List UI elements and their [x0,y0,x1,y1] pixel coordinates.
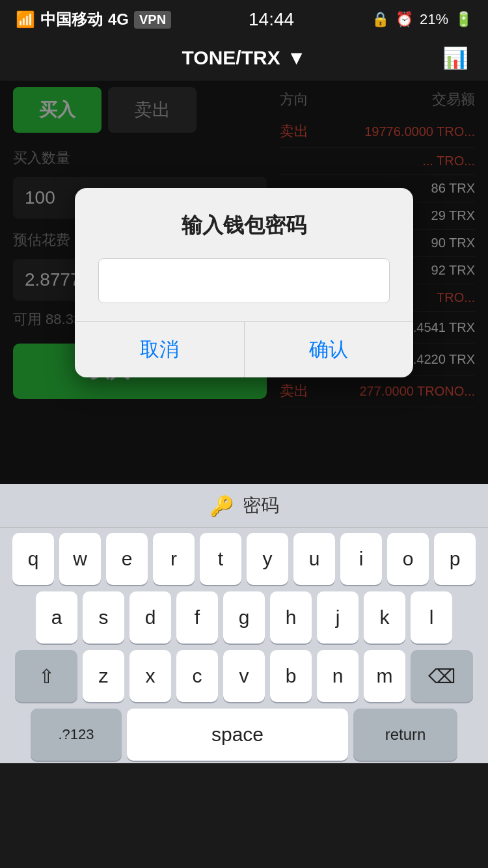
key-m[interactable]: m [364,650,405,702]
key-icon: 🔑 [210,495,234,517]
key-i[interactable]: i [340,533,382,585]
signal-icon: 📶 [16,10,35,29]
status-bar: 📶 中国移动 4G VPN 14:44 🔒 ⏰ 21% 🔋 [0,0,488,35]
confirm-button[interactable]: 确认 [245,322,414,377]
key-d[interactable]: d [129,591,171,644]
key-o[interactable]: o [387,533,429,585]
keyboard-section: 🔑 密码 q w e r t y u i o p a s d f g h j k… [0,484,488,763]
nav-title[interactable]: TONE/TRX ▼ [182,47,306,69]
dialog-overlay: 输入钱包密码 取消 确认 [0,81,488,484]
key-b[interactable]: b [270,650,312,702]
nav-bar: TONE/TRX ▼ 📊 [0,35,488,81]
key-e[interactable]: e [106,533,148,585]
numbers-key[interactable]: .?123 [31,709,122,761]
password-input[interactable] [98,258,390,303]
key-p[interactable]: p [434,533,476,585]
key-row-2: a s d f g h j k l [4,591,484,644]
delete-key[interactable]: ⌫ [411,650,473,702]
status-battery: 🔒 ⏰ 21% 🔋 [372,11,472,28]
key-s[interactable]: s [83,591,124,644]
dialog-buttons: 取消 确认 [75,321,413,377]
delete-icon: ⌫ [428,665,455,688]
key-t[interactable]: t [200,533,241,585]
dropdown-icon: ▼ [287,47,306,69]
key-w[interactable]: w [59,533,101,585]
key-u[interactable]: u [293,533,335,585]
key-n[interactable]: n [317,650,359,702]
key-z[interactable]: z [83,650,124,702]
key-a[interactable]: a [36,591,77,644]
alarm-icon: ⏰ [396,11,413,28]
dialog-title: 输入钱包密码 [98,211,390,240]
lock-icon: 🔒 [372,11,389,28]
key-h[interactable]: h [270,591,312,644]
key-row-3: ⇧ z x c v b n m ⌫ [4,650,484,702]
keyboard-header: 🔑 密码 [0,484,488,528]
key-r[interactable]: r [153,533,195,585]
key-k[interactable]: k [364,591,405,644]
return-key[interactable]: return [353,709,457,761]
key-x[interactable]: x [129,650,171,702]
wallet-password-dialog: 输入钱包密码 取消 确认 [75,188,413,377]
keyboard-rows: q w e r t y u i o p a s d f g h j k l ⇧ [0,528,488,763]
key-q[interactable]: q [12,533,54,585]
keyboard-header-label: 密码 [243,493,279,518]
battery-icon: 🔋 [455,11,472,28]
key-j[interactable]: j [317,591,359,644]
key-y[interactable]: y [247,533,288,585]
space-key[interactable]: space [127,709,348,761]
key-f[interactable]: f [176,591,218,644]
status-carrier: 📶 中国移动 4G VPN [16,9,171,30]
trading-area: 买入 卖出 买入数量 100 预估花费 2.877793 TRX 可用 88.3… [0,81,488,484]
chart-icon[interactable]: 📊 [442,46,468,70]
key-c[interactable]: c [176,650,218,702]
key-l[interactable]: l [411,591,452,644]
key-row-1: q w e r t y u i o p [4,533,484,585]
key-g[interactable]: g [223,591,265,644]
shift-key[interactable]: ⇧ [15,650,77,702]
key-v[interactable]: v [223,650,265,702]
key-row-4: .?123 space return [4,709,484,761]
shift-icon: ⇧ [38,665,55,688]
cancel-button[interactable]: 取消 [75,322,245,377]
status-time: 14:44 [249,9,294,30]
